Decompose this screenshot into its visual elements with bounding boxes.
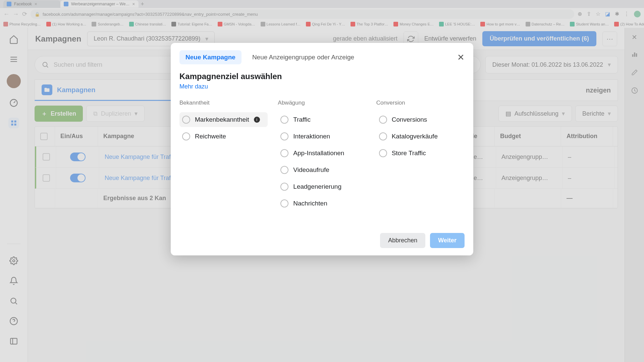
modal-tab-existing[interactable]: Neue Anzeigengruppe oder Anzeige: [246, 50, 360, 64]
col-head: Bekanntheit: [179, 100, 268, 106]
radio-icon: [280, 199, 288, 207]
objective-brand-awareness[interactable]: Markenbekanntheit i: [179, 112, 268, 127]
learn-more-link[interactable]: Mehr dazu: [179, 83, 465, 90]
objective-video-views[interactable]: Videoaufrufe: [278, 163, 366, 177]
modal-overlay[interactable]: Neue Kampagne Neue Anzeigengruppe oder A…: [0, 0, 644, 362]
col-consideration: Abwägung Traffic Interaktionen App-Insta…: [278, 100, 366, 213]
info-icon[interactable]: i: [254, 117, 260, 123]
obj-label: Markenbekanntheit: [195, 116, 249, 123]
objective-store-traffic[interactable]: Store Traffic: [376, 146, 465, 161]
objective-app-installs[interactable]: App-Installationen: [278, 146, 366, 161]
radio-icon: [379, 132, 387, 140]
objective-traffic[interactable]: Traffic: [278, 112, 366, 127]
obj-label: Nachrichten: [293, 200, 327, 207]
radio-icon: [182, 116, 190, 124]
cancel-button[interactable]: Abbrechen: [380, 233, 425, 248]
objective-engagement[interactable]: Interaktionen: [278, 129, 366, 144]
objective-catalog[interactable]: Katalogverkäufe: [376, 129, 465, 144]
radio-icon: [280, 132, 288, 140]
radio-icon: [379, 149, 387, 157]
objective-conversions[interactable]: Conversions: [376, 112, 465, 127]
objective-lead-gen[interactable]: Leadgenerierung: [278, 179, 366, 194]
close-icon[interactable]: ✕: [457, 52, 465, 63]
campaign-objective-modal: Neue Kampagne Neue Anzeigengruppe oder A…: [171, 43, 473, 255]
obj-label: Leadgenerierung: [293, 183, 341, 190]
next-button[interactable]: Weiter: [430, 233, 465, 248]
col-awareness: Bekanntheit Markenbekanntheit i Reichwei…: [179, 100, 268, 213]
radio-icon: [280, 149, 288, 157]
obj-label: Videoaufrufe: [293, 166, 329, 174]
obj-label: Reichweite: [195, 133, 226, 140]
col-head: Abwägung: [278, 100, 366, 106]
radio-icon: [280, 166, 288, 174]
col-head: Conversion: [376, 100, 465, 106]
radio-icon: [280, 116, 288, 124]
obj-label: Interaktionen: [293, 133, 330, 140]
modal-tab-new[interactable]: Neue Kampagne: [179, 50, 241, 64]
objective-messages[interactable]: Nachrichten: [278, 196, 366, 211]
radio-icon: [182, 132, 190, 140]
obj-label: Store Traffic: [392, 149, 426, 157]
objective-reach[interactable]: Reichweite: [179, 129, 268, 144]
obj-label: App-Installationen: [293, 149, 344, 157]
col-conversion: Conversion Conversions Katalogverkäufe S…: [376, 100, 465, 213]
obj-label: Traffic: [293, 116, 311, 123]
modal-title: Kampagnenziel auswählen: [179, 72, 465, 81]
obj-label: Conversions: [392, 116, 427, 123]
radio-icon: [379, 116, 387, 124]
obj-label: Katalogverkäufe: [392, 133, 438, 140]
radio-icon: [280, 183, 288, 191]
